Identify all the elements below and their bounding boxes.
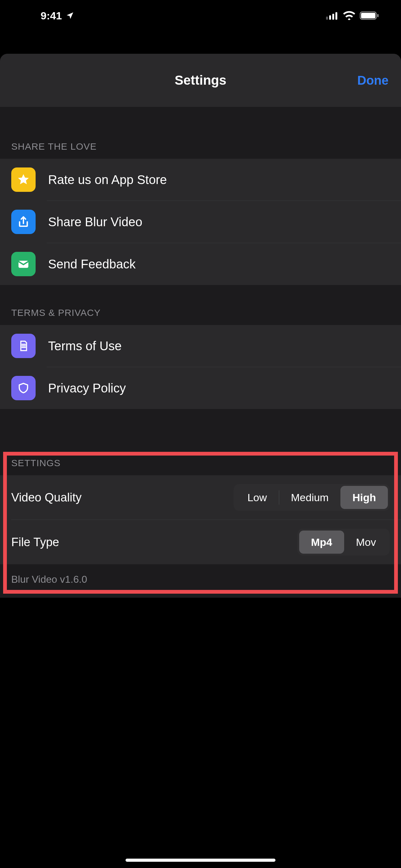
row-file-type: File Type Mp4 Mov xyxy=(0,520,401,564)
quality-option-high[interactable]: High xyxy=(340,486,388,509)
home-indicator xyxy=(126,859,275,862)
svg-rect-3 xyxy=(335,12,337,20)
svg-rect-1 xyxy=(329,15,331,20)
video-quality-label: Video Quality xyxy=(11,491,81,504)
quality-option-low[interactable]: Low xyxy=(235,486,278,509)
video-quality-segmented[interactable]: Low Medium High xyxy=(234,484,390,511)
row-label: Share Blur Video xyxy=(48,215,142,229)
location-arrow-icon xyxy=(66,11,74,20)
svg-rect-5 xyxy=(361,13,375,19)
row-privacy-policy[interactable]: Privacy Policy xyxy=(0,367,401,409)
group-share: Rate us on App Store Share Blur Video Se… xyxy=(0,159,401,285)
row-label: Rate us on App Store xyxy=(48,173,167,187)
status-icons xyxy=(326,11,379,20)
row-label: Send Feedback xyxy=(48,257,136,271)
svg-rect-6 xyxy=(377,14,378,17)
section-header-terms: TERMS & PRIVACY xyxy=(0,285,401,325)
status-time-group: 9:41 xyxy=(41,10,74,22)
wifi-icon xyxy=(343,11,356,20)
star-icon xyxy=(11,167,36,192)
filetype-option-mp4[interactable]: Mp4 xyxy=(299,531,344,554)
mail-icon xyxy=(11,252,36,276)
document-icon xyxy=(11,334,36,358)
filetype-option-mov[interactable]: Mov xyxy=(344,531,388,554)
row-share-app[interactable]: Share Blur Video xyxy=(0,201,401,243)
done-button[interactable]: Done xyxy=(357,73,389,88)
app-version-text: Blur Video v1.6.0 xyxy=(0,564,401,598)
nav-bar: Settings Done xyxy=(0,54,401,107)
row-label: Privacy Policy xyxy=(48,381,126,395)
file-type-segmented[interactable]: Mp4 Mov xyxy=(297,529,390,556)
svg-rect-0 xyxy=(326,17,328,20)
file-type-label: File Type xyxy=(11,535,59,549)
row-video-quality: Video Quality Low Medium High xyxy=(0,475,401,520)
status-time: 9:41 xyxy=(41,10,62,22)
row-label: Terms of Use xyxy=(48,339,122,353)
row-rate-app-store[interactable]: Rate us on App Store xyxy=(0,159,401,200)
svg-rect-2 xyxy=(332,14,334,20)
share-icon xyxy=(11,210,36,234)
shield-icon xyxy=(11,376,36,400)
section-header-share: SHARE THE LOVE xyxy=(0,107,401,159)
cellular-icon xyxy=(326,11,338,20)
settings-sheet: Settings Done SHARE THE LOVE Rate us on … xyxy=(0,54,401,598)
group-settings: Video Quality Low Medium High File Type … xyxy=(0,475,401,564)
status-bar: 9:41 xyxy=(0,0,401,31)
group-terms: Terms of Use Privacy Policy xyxy=(0,325,401,409)
nav-title: Settings xyxy=(175,73,226,88)
battery-icon xyxy=(360,11,379,20)
row-send-feedback[interactable]: Send Feedback xyxy=(0,243,401,285)
quality-option-medium[interactable]: Medium xyxy=(279,486,341,509)
section-header-settings: SETTINGS xyxy=(0,440,401,475)
row-terms-of-use[interactable]: Terms of Use xyxy=(0,325,401,367)
